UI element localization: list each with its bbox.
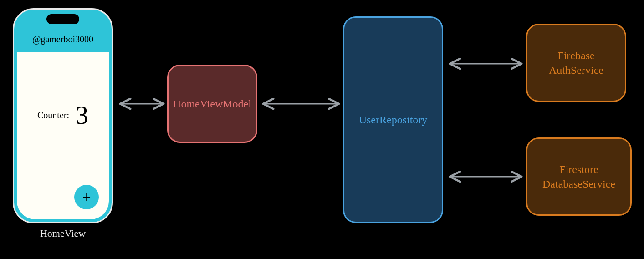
- home-viewmodel-box: HomeViewModel: [167, 65, 257, 143]
- phone-notch: [46, 14, 79, 24]
- phone-header: @gamerboi3000: [14, 26, 112, 52]
- phone-screen: Counter: 3 +: [17, 52, 109, 219]
- home-view-caption: HomeView: [13, 228, 113, 239]
- counter-row: Counter: 3: [17, 102, 109, 128]
- architecture-diagram: @gamerboi3000 Counter: 3 + HomeView Home…: [0, 0, 644, 259]
- firestore-db-box: Firestore DatabaseService: [526, 137, 632, 216]
- plus-icon: +: [82, 188, 91, 206]
- counter-value: 3: [76, 102, 88, 128]
- firebase-auth-box: Firebase AuthService: [526, 24, 626, 102]
- firestore-db-label: Firestore DatabaseService: [542, 162, 615, 192]
- home-viewmodel-label: HomeViewModel: [173, 96, 251, 111]
- user-repository-box: UserRepository: [343, 16, 443, 223]
- username-label: @gamerboi3000: [32, 34, 93, 45]
- user-repository-label: UserRepository: [359, 112, 428, 127]
- add-button[interactable]: +: [74, 185, 99, 209]
- firebase-auth-label: Firebase AuthService: [549, 48, 603, 78]
- phone-mockup: @gamerboi3000 Counter: 3 +: [13, 8, 113, 223]
- counter-label: Counter:: [37, 110, 69, 121]
